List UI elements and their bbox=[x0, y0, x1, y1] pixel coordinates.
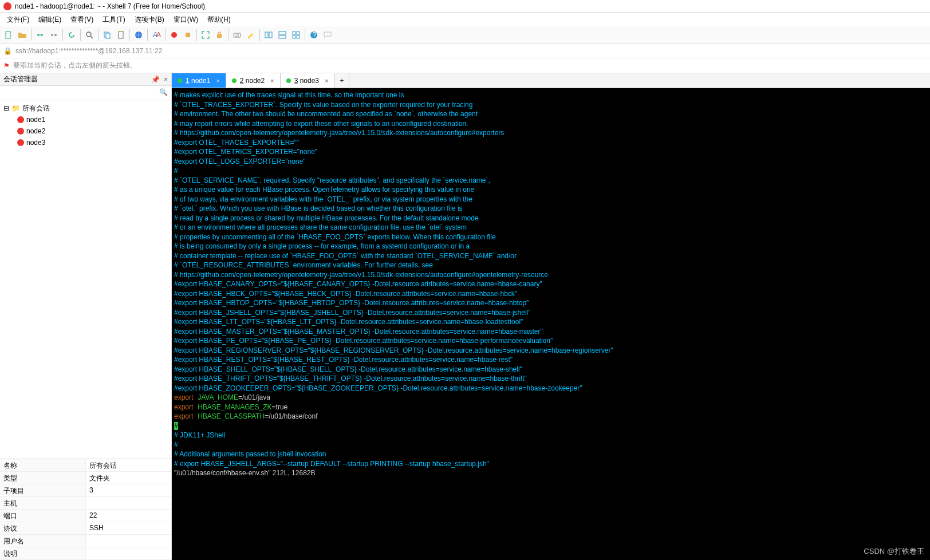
address-text: ssh://hadoop1:**************@192.168.137… bbox=[15, 47, 162, 55]
globe-icon[interactable] bbox=[132, 29, 145, 41]
toolbar-separator bbox=[129, 29, 130, 41]
property-value: SSH bbox=[86, 522, 171, 534]
disconnect-icon[interactable] bbox=[48, 29, 60, 41]
connect-icon[interactable] bbox=[34, 29, 46, 41]
tile-h-icon[interactable] bbox=[262, 29, 275, 41]
lock-icon[interactable] bbox=[213, 29, 226, 41]
pin-icon[interactable]: 📌 bbox=[151, 76, 160, 84]
status-dot-icon bbox=[286, 78, 291, 83]
menu-item[interactable]: 帮助(H) bbox=[204, 14, 234, 26]
chat-icon[interactable] bbox=[321, 29, 334, 41]
fullscreen-icon[interactable] bbox=[199, 29, 212, 41]
tab-label: 1 node1 bbox=[186, 77, 210, 85]
tree-node-label: node2 bbox=[26, 127, 45, 135]
tab-label: 3 node3 bbox=[294, 77, 319, 85]
menu-item[interactable]: 窗口(W) bbox=[170, 14, 202, 26]
open-icon[interactable] bbox=[16, 29, 29, 41]
stop-icon[interactable] bbox=[182, 29, 194, 41]
tree-node-label: node3 bbox=[26, 139, 45, 147]
address-bar: 🔒 ssh://hadoop1:**************@192.168.1… bbox=[0, 44, 930, 58]
property-key: 协议 bbox=[0, 522, 86, 534]
svg-rect-23 bbox=[293, 36, 295, 38]
toolbar-separator bbox=[147, 29, 148, 41]
highlight-icon[interactable] bbox=[245, 29, 257, 41]
new-icon[interactable] bbox=[2, 29, 15, 41]
svg-text:?: ? bbox=[313, 31, 317, 39]
menu-item[interactable]: 查看(V) bbox=[67, 14, 97, 26]
status-dot-icon bbox=[232, 78, 237, 83]
menu-bar: 文件(F)编辑(E)查看(V)工具(T)选项卡(B)窗口(W)帮助(H) bbox=[0, 13, 930, 26]
tab-node2[interactable]: 2 node2× bbox=[226, 73, 281, 88]
svg-rect-21 bbox=[293, 31, 295, 34]
property-row: 名称所有会话 bbox=[0, 459, 171, 472]
property-value: 所有会话 bbox=[86, 459, 171, 471]
property-row: 用户名 bbox=[0, 535, 171, 547]
tree-node[interactable]: node3 bbox=[0, 137, 171, 148]
svg-rect-14 bbox=[186, 33, 190, 37]
content-area: 1 node1×2 node2×3 node3×＋ # makes explic… bbox=[172, 73, 930, 560]
tab-node3[interactable]: 3 node3× bbox=[281, 73, 335, 88]
close-icon[interactable]: × bbox=[325, 77, 328, 84]
property-grid: 名称所有会话类型文件夹子项目3主机端口22协议SSH用户名说明 bbox=[0, 459, 171, 560]
svg-rect-17 bbox=[265, 32, 268, 38]
menu-item[interactable]: 工具(T) bbox=[99, 14, 128, 26]
tab-node1[interactable]: 1 node1× bbox=[172, 73, 226, 88]
search-icon[interactable] bbox=[83, 29, 96, 41]
session-search[interactable]: 🔍 bbox=[0, 86, 171, 100]
menu-item[interactable]: 文件(F) bbox=[3, 14, 33, 26]
svg-rect-19 bbox=[279, 31, 286, 34]
folder-icon: 📁 bbox=[11, 104, 20, 112]
svg-point-13 bbox=[171, 32, 177, 38]
search-input[interactable] bbox=[0, 86, 171, 100]
font-icon[interactable]: AA bbox=[150, 29, 163, 41]
tile-v-icon[interactable] bbox=[276, 29, 289, 41]
toolbar: AA ? bbox=[0, 26, 930, 44]
add-tab-button[interactable]: ＋ bbox=[334, 73, 349, 88]
help-icon[interactable]: ? bbox=[308, 29, 320, 41]
title-bar: node1 - hadoop1@node1: ~ - Xshell 7 (Fre… bbox=[0, 0, 930, 13]
close-icon[interactable]: × bbox=[216, 77, 219, 84]
menu-item[interactable]: 编辑(E) bbox=[35, 14, 65, 26]
property-key: 说明 bbox=[0, 547, 86, 559]
session-tree[interactable]: ⊟ 📁 所有会话 node1node2node3 bbox=[0, 100, 171, 459]
terminal[interactable]: # makes explicit use of the traces signa… bbox=[172, 88, 930, 560]
menu-item[interactable]: 选项卡(B) bbox=[131, 14, 168, 26]
search-icon: 🔍 bbox=[159, 88, 168, 96]
collapse-icon[interactable]: ⊟ bbox=[3, 104, 9, 112]
toolbar-separator bbox=[228, 29, 228, 41]
reconnect-icon[interactable] bbox=[65, 29, 78, 41]
svg-rect-7 bbox=[106, 33, 110, 38]
property-key: 子项目 bbox=[0, 484, 86, 496]
keyboard-icon[interactable] bbox=[231, 29, 243, 41]
svg-rect-15 bbox=[217, 34, 222, 38]
close-icon[interactable]: × bbox=[164, 76, 168, 84]
property-row: 子项目3 bbox=[0, 484, 171, 497]
copy-icon[interactable] bbox=[101, 29, 113, 41]
property-row: 主机 bbox=[0, 497, 171, 510]
property-key: 主机 bbox=[0, 497, 86, 509]
close-icon[interactable]: × bbox=[270, 77, 274, 84]
tree-node[interactable]: node1 bbox=[0, 114, 171, 125]
property-key: 类型 bbox=[0, 472, 86, 484]
svg-point-3 bbox=[51, 34, 53, 36]
paste-icon[interactable] bbox=[115, 29, 127, 41]
grid-icon[interactable] bbox=[290, 29, 302, 41]
panel-header: 会话管理器 📌 × bbox=[0, 73, 171, 86]
tree-root[interactable]: ⊟ 📁 所有会话 bbox=[0, 102, 171, 114]
svg-rect-24 bbox=[297, 36, 300, 38]
tree-node[interactable]: node2 bbox=[0, 125, 171, 137]
svg-point-5 bbox=[86, 32, 91, 37]
record-icon[interactable] bbox=[168, 29, 180, 41]
property-key: 端口 bbox=[0, 510, 86, 522]
toolbar-separator bbox=[62, 29, 63, 41]
svg-point-4 bbox=[54, 34, 57, 36]
svg-text:A: A bbox=[156, 31, 161, 39]
status-dot-icon bbox=[178, 78, 182, 83]
property-value: 22 bbox=[86, 510, 171, 522]
svg-rect-18 bbox=[269, 32, 272, 38]
property-value bbox=[86, 547, 171, 559]
property-key: 名称 bbox=[0, 459, 86, 471]
flag-icon: ⚑ bbox=[3, 62, 10, 70]
property-value bbox=[86, 535, 171, 547]
toolbar-separator bbox=[165, 29, 165, 41]
